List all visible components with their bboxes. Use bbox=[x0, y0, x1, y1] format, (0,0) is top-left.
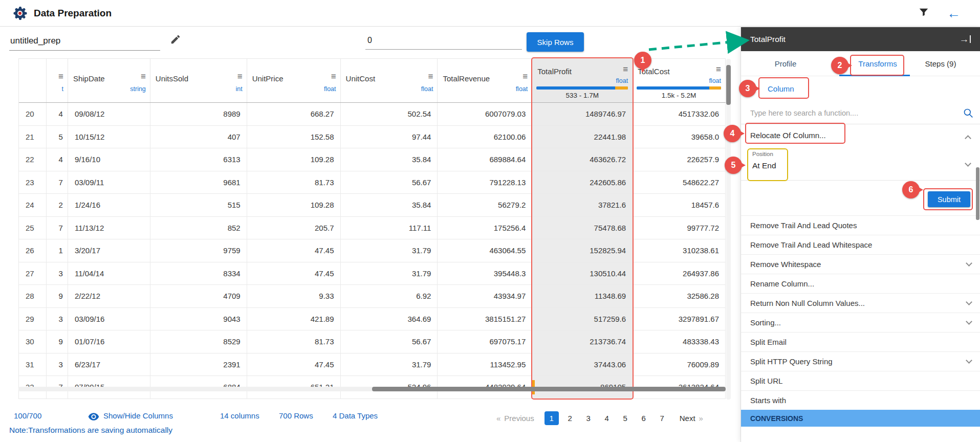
cell-profit[interactable]: 213736.74 bbox=[532, 330, 633, 353]
cell-profit[interactable]: 463626.72 bbox=[532, 148, 633, 171]
cell-total_cost[interactable]: 39658.0 bbox=[633, 126, 726, 148]
skip-rows-input[interactable] bbox=[365, 34, 522, 50]
cell-price[interactable]: 109.28 bbox=[247, 148, 341, 171]
cell-p[interactable]: 1 bbox=[47, 239, 68, 262]
cell-revenue[interactable]: 6007079.03 bbox=[438, 103, 532, 125]
panel-scrollbar-thumb[interactable] bbox=[976, 167, 979, 220]
vertical-scrollbar-thumb[interactable] bbox=[726, 65, 731, 105]
cell-total_cost[interactable]: 32586.28 bbox=[633, 285, 726, 307]
skip-rows-button[interactable]: Skip Rows bbox=[527, 32, 584, 52]
cell-cost[interactable]: 56.67 bbox=[341, 171, 438, 194]
function-item[interactable]: Split Email bbox=[741, 333, 980, 352]
column-header-unitprice[interactable]: UnitPrice ≡ float bbox=[247, 59, 341, 102]
page-button-1[interactable]: 1 bbox=[545, 411, 559, 425]
cell-total_cost[interactable]: 99777.72 bbox=[633, 217, 726, 239]
function-item[interactable]: Starts with bbox=[741, 391, 980, 410]
position-selected-value[interactable]: At End bbox=[752, 161, 776, 170]
cell-revenue[interactable]: 43934.97 bbox=[438, 285, 532, 307]
category-label-column[interactable]: Column bbox=[768, 84, 794, 93]
collapse-panel-icon[interactable]: → bbox=[960, 34, 971, 44]
cell-date[interactable]: 11/04/14 bbox=[68, 262, 150, 285]
column-menu-hamburger-icon[interactable]: ≡ bbox=[58, 72, 63, 81]
cell-cost[interactable]: 31.79 bbox=[341, 262, 438, 285]
page-button-5[interactable]: 5 bbox=[618, 411, 633, 425]
cell-price[interactable]: 81.73 bbox=[247, 330, 341, 353]
cell-sold[interactable]: 6313 bbox=[150, 148, 247, 171]
cell-cost[interactable]: 31.79 bbox=[341, 353, 438, 376]
cell-p[interactable]: 3 bbox=[47, 262, 68, 285]
cell-n[interactable]: 21 bbox=[19, 126, 47, 148]
cell-cost[interactable]: 56.67 bbox=[341, 330, 438, 353]
horizontal-scrollbar-thumb[interactable] bbox=[372, 387, 726, 391]
function-item[interactable]: Split HTTP Query String bbox=[741, 352, 980, 371]
back-arrow-icon[interactable]: ← bbox=[947, 7, 961, 20]
cell-price[interactable]: 81.73 bbox=[247, 171, 341, 194]
page-button-6[interactable]: 6 bbox=[637, 411, 651, 425]
cell-revenue[interactable]: 3815151.27 bbox=[438, 308, 532, 330]
cell-n[interactable]: 31 bbox=[19, 353, 47, 376]
vertical-scrollbar[interactable] bbox=[726, 59, 731, 400]
column-menu-hamburger-icon[interactable]: ≡ bbox=[623, 65, 628, 74]
cell-n[interactable]: 27 bbox=[19, 262, 47, 285]
column-header-totalrevenue[interactable]: TotalRevenue ≡ float bbox=[438, 59, 532, 102]
page-button-7[interactable]: 7 bbox=[655, 411, 669, 425]
cell-sold[interactable]: 515 bbox=[150, 194, 247, 216]
cell-date[interactable]: 11/13/12 bbox=[68, 217, 150, 239]
cell-date[interactable]: 03/09/11 bbox=[68, 171, 150, 194]
cell-sold[interactable]: 8529 bbox=[150, 330, 247, 353]
cell-cost[interactable]: 364.69 bbox=[341, 308, 438, 330]
cell-total_cost[interactable]: 76009.89 bbox=[633, 353, 726, 376]
cell-sold[interactable]: 407 bbox=[150, 126, 247, 148]
tab-transforms[interactable]: Transforms bbox=[833, 51, 922, 76]
cell-profit[interactable]: 11348.69 bbox=[532, 285, 633, 307]
column-menu-hamburger-icon[interactable]: ≡ bbox=[522, 72, 528, 81]
cell-n[interactable]: 29 bbox=[19, 308, 47, 330]
page-button-3[interactable]: 3 bbox=[581, 411, 596, 425]
cell-profit[interactable]: 37443.06 bbox=[532, 353, 633, 376]
function-item[interactable]: Remove Trail And Lead Whitespace bbox=[741, 235, 980, 255]
cell-date[interactable]: 3/20/17 bbox=[68, 239, 150, 262]
cell-profit[interactable]: 130510.44 bbox=[532, 262, 633, 285]
cell-price[interactable]: 152.58 bbox=[247, 126, 341, 148]
previous-button[interactable]: Previous bbox=[504, 414, 534, 423]
eye-icon[interactable] bbox=[88, 413, 99, 422]
horizontal-scrollbar[interactable] bbox=[18, 387, 726, 391]
cell-total_cost[interactable]: 226257.9 bbox=[633, 148, 726, 171]
cell-p[interactable]: 9 bbox=[47, 330, 68, 353]
cell-profit[interactable]: 75478.68 bbox=[532, 217, 633, 239]
cell-total_cost[interactable]: 3297891.67 bbox=[633, 308, 726, 330]
cell-date[interactable]: 10/15/12 bbox=[68, 126, 150, 148]
show-hide-columns-link[interactable]: Show/Hide Columns bbox=[103, 411, 173, 420]
cell-p[interactable]: 3 bbox=[47, 308, 68, 330]
cell-date[interactable]: 1/24/16 bbox=[68, 194, 150, 216]
cell-revenue[interactable]: 463064.55 bbox=[438, 239, 532, 262]
position-select-block[interactable]: Position At End bbox=[741, 148, 980, 181]
cell-total_cost[interactable]: 548622.27 bbox=[633, 171, 726, 194]
cell-price[interactable]: 47.45 bbox=[247, 262, 341, 285]
function-item[interactable]: Sorting... bbox=[741, 313, 980, 333]
cell-cost[interactable]: 97.44 bbox=[341, 126, 438, 148]
cell-profit[interactable]: 517259.6 bbox=[532, 308, 633, 330]
cell-revenue[interactable]: 395448.3 bbox=[438, 262, 532, 285]
cell-profit[interactable]: 152825.94 bbox=[532, 239, 633, 262]
column-header-truncated[interactable]: ≡ t bbox=[47, 59, 68, 102]
panel-scrollbar[interactable] bbox=[976, 27, 979, 442]
cell-date[interactable]: 03/09/16 bbox=[68, 308, 150, 330]
next-double-arrow[interactable]: » bbox=[699, 414, 703, 423]
cell-date[interactable]: 9/16/10 bbox=[68, 148, 150, 171]
cell-total_cost[interactable]: 264937.86 bbox=[633, 262, 726, 285]
cell-price[interactable]: 47.45 bbox=[247, 239, 341, 262]
cell-sold[interactable]: 4709 bbox=[150, 285, 247, 307]
cell-price[interactable]: 421.89 bbox=[247, 308, 341, 330]
cell-price[interactable]: 47.45 bbox=[247, 353, 341, 376]
function-item[interactable]: Remove Whitespace bbox=[741, 255, 980, 274]
column-menu-hamburger-icon[interactable]: ≡ bbox=[428, 72, 433, 81]
cell-profit[interactable]: 37821.6 bbox=[532, 194, 633, 216]
column-menu-hamburger-icon[interactable]: ≡ bbox=[237, 72, 243, 81]
cell-sold[interactable]: 8989 bbox=[150, 103, 247, 125]
column-menu-hamburger-icon[interactable]: ≡ bbox=[141, 72, 146, 81]
edit-pencil-icon[interactable] bbox=[170, 34, 181, 47]
cell-n[interactable]: 25 bbox=[19, 217, 47, 239]
cell-profit[interactable]: 242605.86 bbox=[532, 171, 633, 194]
cell-n[interactable]: 28 bbox=[19, 285, 47, 307]
